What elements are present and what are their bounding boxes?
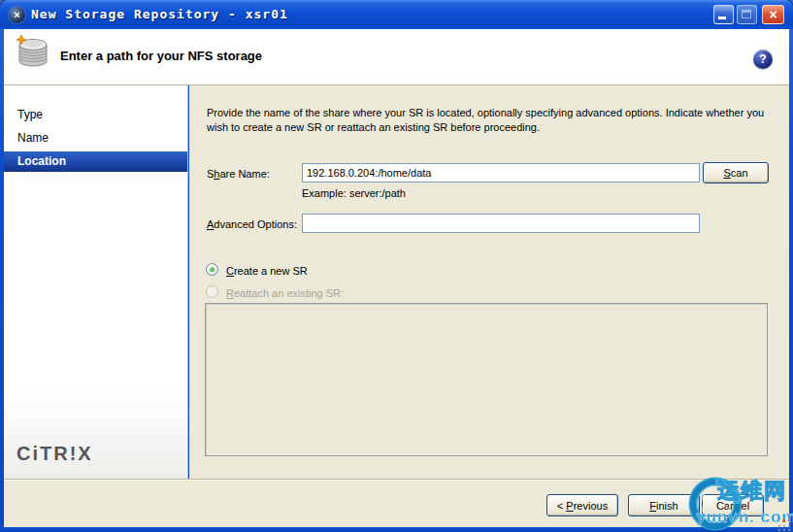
close-icon: × — [769, 7, 776, 22]
storage-disk-icon — [15, 34, 51, 77]
wizard-window: × New Storage Repository - xsr01 × Enter… — [0, 0, 793, 532]
previous-button[interactable]: < Previous — [546, 494, 618, 516]
window-bottom-border — [0, 527, 793, 532]
location-page: Provide the name of the share where your… — [189, 85, 789, 479]
citrix-logo: CiTR!X — [17, 443, 93, 465]
reattach-existing-sr-radio — [206, 285, 218, 298]
advanced-options-input[interactable] — [302, 214, 700, 233]
minimize-icon — [718, 17, 726, 19]
scan-button[interactable]: Scan — [703, 162, 769, 183]
maximize-button — [737, 5, 757, 24]
sidebar-item-name: Name — [4, 128, 187, 148]
sidebar-item-type: Type — [4, 105, 187, 124]
create-new-sr-radio[interactable] — [206, 263, 218, 276]
share-name-label: Share Name: — [207, 168, 270, 180]
reattach-existing-sr-label: Reattach an existing SR: — [226, 287, 344, 299]
wizard-steps-sidebar: Type Name Location CiTR!X — [4, 85, 188, 479]
share-name-input[interactable] — [302, 163, 700, 183]
instructions-text: Provide the name of the share where your… — [207, 106, 781, 135]
maximize-icon — [742, 10, 751, 18]
advanced-options-label: Advanced Options: — [207, 218, 297, 230]
minimize-button[interactable] — [713, 5, 734, 24]
window-icon: × — [9, 7, 25, 23]
share-name-example: Example: server:/path — [302, 187, 406, 199]
window-title: New Storage Repository - xsr01 — [31, 6, 288, 23]
create-new-sr-label[interactable]: Create a new SR — [226, 265, 308, 277]
finish-button[interactable]: Finish — [628, 494, 700, 516]
page-title: Enter a path for your NFS storage — [60, 49, 262, 63]
help-button[interactable]: ? — [753, 50, 773, 69]
existing-sr-list — [205, 303, 768, 456]
help-icon: ? — [759, 52, 766, 66]
wizard-header: Enter a path for your NFS storage ? — [4, 29, 789, 85]
cancel-button[interactable]: Cancel — [702, 494, 764, 516]
sidebar-item-location: Location — [4, 151, 187, 172]
wizard-footer: < Previous Finish Cancel — [4, 479, 789, 527]
title-bar[interactable]: × New Storage Repository - xsr01 × — [0, 0, 793, 29]
close-button[interactable]: × — [762, 5, 784, 24]
